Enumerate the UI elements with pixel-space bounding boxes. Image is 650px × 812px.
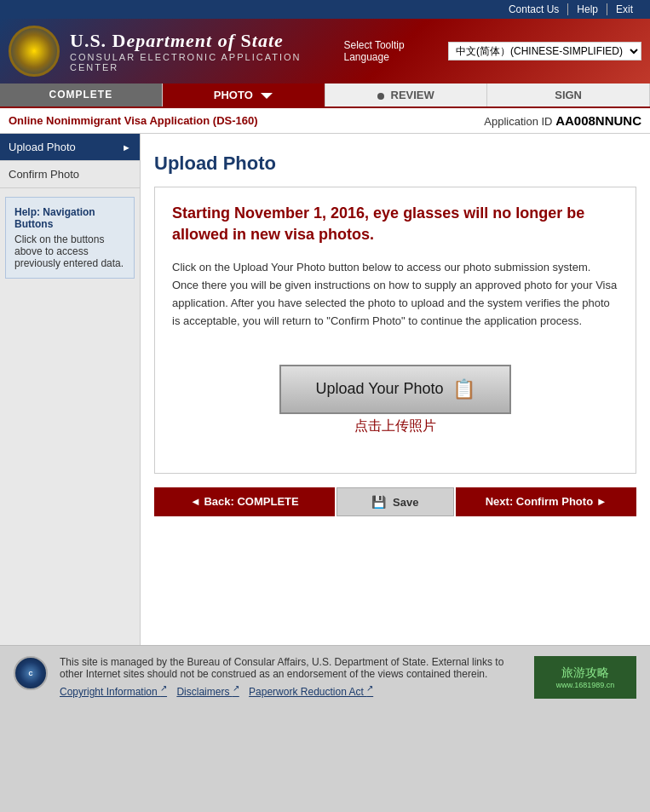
review-dot-icon	[377, 93, 384, 100]
content-area: Upload Photo Starting November 1, 2016, …	[141, 134, 650, 645]
header: ★ U.S. Department of State Consular Elec…	[0, 19, 650, 84]
tab-review[interactable]: REVIEW	[325, 84, 488, 107]
upload-icon: 📋	[452, 378, 475, 400]
footer: C This site is managed by the Bureau of …	[0, 645, 650, 709]
main-layout: Upload Photo ► Confirm Photo Help: Navig…	[0, 134, 650, 645]
bottom-nav: ◄ Back: COMPLETE 💾 Save Next: Confirm Ph…	[154, 487, 636, 516]
department-name: U.S. Department of State	[70, 30, 343, 52]
page-title: Upload Photo	[154, 153, 636, 175]
top-bar: Contact Us Help Exit	[0, 0, 650, 19]
tooltip-language-label: Select Tooltip Language	[343, 39, 441, 63]
notice-warning-text: Starting November 1, 2016, eye glasses w…	[172, 203, 618, 245]
disclaimers-link[interactable]: Disclaimers ↗	[176, 686, 239, 698]
footer-body: This site is managed by the Bureau of Co…	[60, 656, 522, 680]
back-button[interactable]: ◄ Back: COMPLETE	[154, 487, 335, 516]
upload-btn-area: Upload Your Photo 📋 点击上传照片	[172, 365, 618, 435]
notice-body-text: Click on the Upload Your Photo button be…	[172, 259, 618, 330]
footer-watermark: 旅游攻略 www.1681989.cn	[534, 656, 636, 699]
save-button[interactable]: 💾 Save	[337, 487, 455, 516]
sidebar-arrow-icon: ►	[122, 142, 131, 153]
form-name: Online Nonimmigrant Visa Application (DS…	[9, 114, 258, 127]
app-id-bar: Online Nonimmigrant Visa Application (DS…	[0, 108, 650, 134]
app-id-display: Application ID AA008NNUNC	[484, 113, 641, 128]
tab-arrow-icon	[261, 93, 273, 99]
department-seal: ★	[9, 26, 60, 77]
tab-sign[interactable]: SIGN	[487, 84, 650, 107]
watermark-text: 旅游攻略 www.1681989.cn	[556, 665, 615, 689]
upload-your-photo-button[interactable]: Upload Your Photo 📋	[279, 365, 510, 414]
tab-photo[interactable]: PHOTO	[163, 84, 325, 107]
next-button[interactable]: Next: Confirm Photo ►	[456, 487, 636, 516]
upload-chinese-text: 点击上传照片	[354, 418, 436, 435]
footer-links: Copyright Information ↗ Disclaimers ↗ Pa…	[60, 683, 522, 698]
header-title-block: U.S. Department of State Consular Electr…	[70, 30, 343, 72]
copyright-link[interactable]: Copyright Information ↗	[60, 686, 167, 698]
tab-complete[interactable]: COMPLETE	[0, 84, 163, 107]
help-title: Help: Navigation Buttons	[14, 206, 125, 230]
save-icon: 💾	[371, 495, 386, 509]
paperwork-reduction-link[interactable]: Paperwork Reduction Act ↗	[249, 686, 373, 698]
header-right: Select Tooltip Language 中文(简体）(CHINESE-S…	[343, 39, 641, 63]
tooltip-language-select[interactable]: 中文(简体）(CHINESE-SIMPLIFIED) English	[448, 42, 641, 60]
app-center-name: Consular Electronic Application Center	[70, 52, 343, 72]
footer-text-block: This site is managed by the Bureau of Co…	[60, 656, 522, 698]
sidebar-item-upload-photo[interactable]: Upload Photo ►	[0, 134, 140, 161]
nav-tabs: COMPLETE PHOTO REVIEW SIGN	[0, 84, 650, 108]
help-box: Help: Navigation Buttons Click on the bu…	[5, 197, 135, 279]
footer-seal: C	[14, 656, 48, 690]
help-link[interactable]: Help	[568, 3, 607, 15]
exit-link[interactable]: Exit	[607, 3, 641, 15]
sidebar: Upload Photo ► Confirm Photo Help: Navig…	[0, 134, 141, 645]
sidebar-item-confirm-photo[interactable]: Confirm Photo	[0, 161, 140, 188]
contact-us-link[interactable]: Contact Us	[500, 3, 568, 15]
app-id-value: AA008NNUNC	[555, 113, 641, 128]
help-body-text: Click on the buttons above to access pre…	[14, 233, 125, 269]
notice-box: Starting November 1, 2016, eye glasses w…	[154, 187, 636, 474]
